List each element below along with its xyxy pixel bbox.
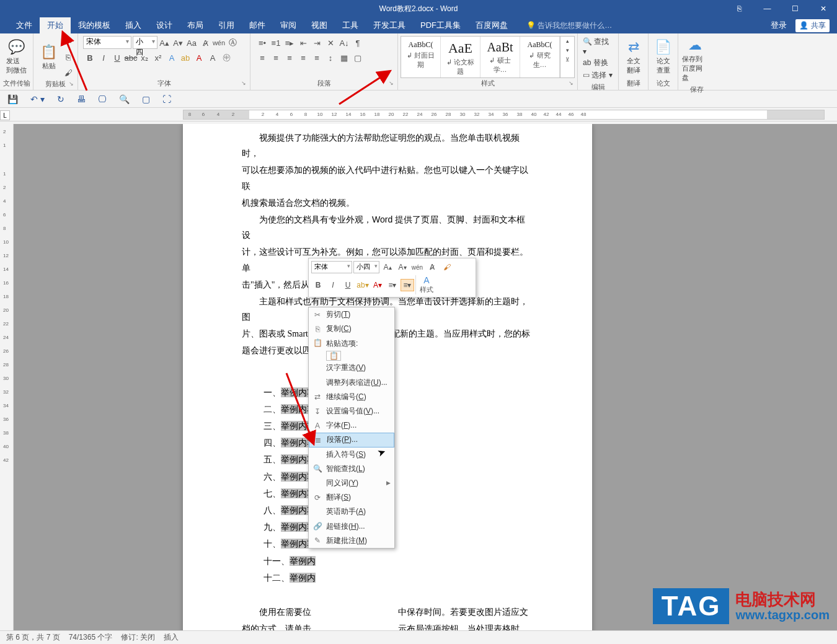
style-item[interactable]: AaBbC(↲ 研究生… bbox=[520, 37, 560, 77]
status-words[interactable]: 74/1365 个字 bbox=[69, 632, 113, 643]
clear-format-icon[interactable]: A̷ bbox=[198, 36, 212, 50]
tab-layout[interactable]: 布局 bbox=[180, 17, 211, 33]
cm-reselect[interactable]: 汉字重选(V) bbox=[309, 361, 394, 375]
char-shading-icon[interactable]: A bbox=[206, 51, 219, 64]
font-color-icon[interactable]: A bbox=[192, 51, 206, 64]
multilevel-icon[interactable]: ≡▸ bbox=[283, 36, 296, 50]
paste-button[interactable]: 📋粘贴 bbox=[36, 42, 61, 73]
mini-styles-button[interactable]: A样式 bbox=[415, 275, 433, 294]
tab-references[interactable]: 引用 bbox=[211, 17, 242, 33]
distribute-icon[interactable]: ≡ bbox=[310, 51, 324, 64]
bullets-icon[interactable]: ≡▾ bbox=[386, 279, 399, 291]
undo-icon[interactable]: ↶ ▾ bbox=[30, 94, 45, 104]
cm-hyperlink[interactable]: 🔗超链接(H)... bbox=[309, 519, 394, 533]
copy-icon[interactable]: ⎘ bbox=[61, 50, 75, 64]
tab-insert[interactable]: 插入 bbox=[118, 17, 149, 33]
tab-baidu[interactable]: 百度网盘 bbox=[468, 17, 515, 33]
numbering-icon[interactable]: ≡▾ bbox=[401, 279, 414, 291]
tab-mail[interactable]: 邮件 bbox=[242, 17, 273, 33]
bold-icon[interactable]: B bbox=[83, 51, 97, 64]
tab-stop-control[interactable]: L bbox=[0, 110, 10, 120]
gallery-more-icon[interactable]: ⊻ bbox=[560, 55, 574, 64]
cm-copy[interactable]: ⎘复制(C) bbox=[309, 322, 394, 336]
select-button[interactable]: ▭ 选择 ▾ bbox=[583, 70, 613, 81]
sort-icon[interactable]: A↓ bbox=[337, 36, 351, 50]
minimize-icon[interactable]: — bbox=[753, 0, 781, 17]
send-wechat-button[interactable]: 💬发送 到微信 bbox=[2, 37, 30, 77]
thesis-check-button[interactable]: 📄论文 查重 bbox=[651, 37, 675, 77]
gallery-down-icon[interactable]: ▾ bbox=[560, 46, 574, 55]
italic-icon[interactable]: I bbox=[97, 51, 110, 64]
tab-view[interactable]: 视图 bbox=[304, 17, 335, 33]
cm-paragraph[interactable]: ≣段落(P)... bbox=[309, 433, 394, 447]
status-track[interactable]: 修订: 关闭 bbox=[121, 632, 155, 643]
tab-templates[interactable]: 我的模板 bbox=[71, 17, 118, 33]
page-icon[interactable]: ▢ bbox=[142, 94, 150, 104]
show-marks-icon[interactable]: ¶ bbox=[351, 36, 365, 50]
cm-set-num[interactable]: ↧设置编号值(V)... bbox=[309, 404, 394, 418]
login-link[interactable]: 登录 bbox=[771, 20, 787, 31]
format-painter-icon[interactable]: 🖌 bbox=[440, 261, 454, 273]
shrink-font-icon[interactable]: A▾ bbox=[171, 36, 185, 50]
mini-font-select[interactable]: 宋体 bbox=[311, 261, 352, 273]
phonetic-icon[interactable]: wén bbox=[212, 36, 226, 50]
justify-icon[interactable]: ≡ bbox=[296, 51, 310, 64]
find-icon[interactable]: 🔍 bbox=[119, 94, 130, 104]
text-effect-icon[interactable]: A bbox=[165, 51, 179, 64]
cm-paste-options[interactable]: 📋粘贴选项:📋 bbox=[309, 336, 394, 361]
enclose-icon[interactable]: ㊥ bbox=[219, 51, 233, 64]
grow-font-icon[interactable]: A▴ bbox=[157, 36, 171, 50]
format-painter-icon[interactable]: 🖌 bbox=[61, 66, 75, 79]
font-size-select[interactable]: 小四 bbox=[133, 36, 157, 49]
mini-size-select[interactable]: 小四 bbox=[353, 261, 379, 273]
numbering-icon[interactable]: ≡1 bbox=[269, 36, 283, 50]
shading-icon[interactable]: ▦ bbox=[337, 51, 351, 64]
save-baidu-button[interactable]: ☁保存到 百度网盘 bbox=[681, 35, 709, 85]
tab-review[interactable]: 审阅 bbox=[273, 17, 304, 33]
asian-layout-icon[interactable]: ✕ bbox=[324, 36, 337, 50]
launcher-icon[interactable]: ↘ bbox=[69, 81, 74, 87]
align-right-icon[interactable]: ≡ bbox=[283, 51, 296, 64]
launcher-icon[interactable]: ↘ bbox=[241, 80, 246, 86]
font-color-icon[interactable]: A▾ bbox=[371, 279, 384, 291]
tell-me-input[interactable]: 💡 告诉我您想要做什么… bbox=[515, 20, 612, 31]
tab-home[interactable]: 开始 bbox=[40, 17, 71, 33]
styles-gallery[interactable]: AaBbC(↲ 封面日期 AaE↲ 论文标题 AaBt↲ 硕士学… AaBbC(… bbox=[401, 36, 575, 78]
bold-icon[interactable]: B bbox=[311, 279, 325, 291]
superscript-icon[interactable]: x² bbox=[151, 51, 165, 64]
cm-english-help[interactable]: 英语助手(A) bbox=[309, 505, 394, 519]
clear-format-icon[interactable]: A̷ bbox=[425, 261, 439, 273]
underline-icon[interactable]: U bbox=[341, 279, 355, 291]
char-border-icon[interactable]: Ⓐ bbox=[226, 36, 239, 50]
highlight-icon[interactable]: ab bbox=[179, 51, 192, 64]
cm-insert-symbol[interactable]: 插入符号(S) bbox=[309, 448, 394, 462]
align-left-icon[interactable]: ≡ bbox=[255, 51, 269, 64]
print-icon[interactable]: 🖶 bbox=[77, 94, 86, 104]
share-button[interactable]: 👤 共享 bbox=[795, 19, 830, 32]
launcher-icon[interactable]: ↘ bbox=[569, 80, 574, 86]
underline-icon[interactable]: U bbox=[110, 51, 124, 64]
italic-icon[interactable]: I bbox=[326, 279, 340, 291]
cm-translate[interactable]: ⟳翻译(S) bbox=[309, 490, 394, 505]
style-item[interactable]: AaE↲ 论文标题 bbox=[441, 37, 480, 77]
cm-adjust-indent[interactable]: 调整列表缩进(U)... bbox=[309, 376, 394, 390]
tab-dev[interactable]: 开发工具 bbox=[366, 17, 413, 33]
find-button[interactable]: 🔍 查找 ▾ bbox=[583, 37, 613, 56]
tab-tools[interactable]: 工具 bbox=[335, 17, 366, 33]
align-center-icon[interactable]: ≡ bbox=[269, 51, 283, 64]
cm-smart-find[interactable]: 🔍智能查找(L) bbox=[309, 462, 394, 476]
grow-font-icon[interactable]: A▴ bbox=[381, 261, 394, 273]
shrink-font-icon[interactable]: A▾ bbox=[396, 261, 409, 273]
ribbon-options-icon[interactable]: ⎘ bbox=[725, 0, 753, 17]
borders-icon[interactable]: ▢ bbox=[351, 51, 365, 64]
style-item[interactable]: AaBbC(↲ 封面日期 bbox=[401, 37, 441, 77]
translate-button[interactable]: ⇄全文 翻译 bbox=[621, 37, 645, 77]
line-spacing-icon[interactable]: ↕ bbox=[324, 51, 337, 64]
style-item[interactable]: AaBt↲ 硕士学… bbox=[480, 37, 520, 77]
font-select[interactable]: 宋体 bbox=[83, 36, 131, 49]
ruler-horizontal[interactable]: 8 6 4 2 2 4 6 8 10 12 14 16 18 20 22 24 … bbox=[183, 110, 825, 120]
phonetic-icon[interactable]: wén bbox=[410, 261, 424, 273]
cm-synonym[interactable]: 同义词(Y)▶ bbox=[309, 476, 394, 490]
gallery-up-icon[interactable]: ▴ bbox=[560, 37, 574, 46]
increase-indent-icon[interactable]: ⇥ bbox=[310, 36, 324, 50]
